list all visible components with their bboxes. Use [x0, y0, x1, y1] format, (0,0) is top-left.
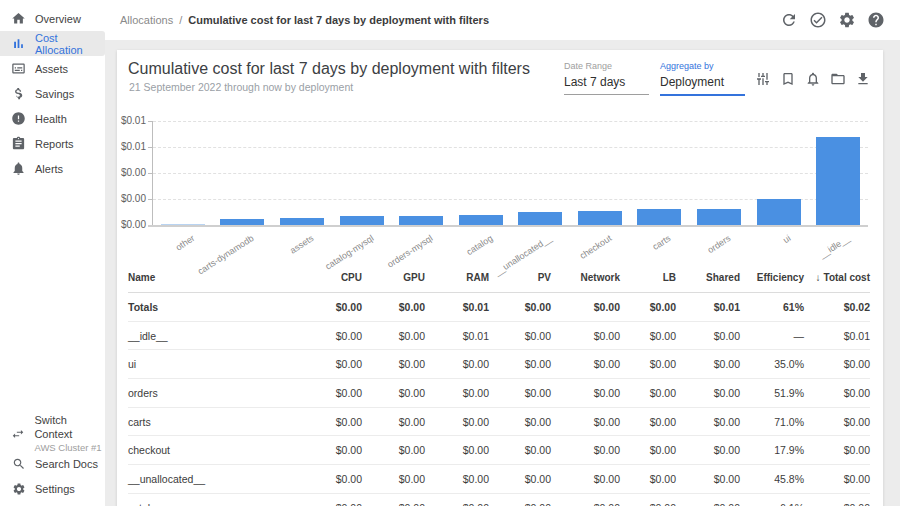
cell-gpu: $0.00 [362, 387, 425, 399]
cell-pv: $0.00 [489, 502, 551, 506]
bar-orders-mysql[interactable] [399, 216, 443, 225]
column-header-lb[interactable]: LB [620, 272, 676, 283]
cell-lb: $0.00 [620, 358, 676, 370]
table-row-checkout[interactable]: checkout$0.00$0.00$0.00$0.00$0.00$0.00$0… [128, 436, 870, 465]
bar-carts[interactable] [637, 209, 681, 225]
sidebar-item-health[interactable]: Health [0, 106, 105, 131]
cell-total-cost: $0.02 [804, 301, 870, 313]
table-header-row: NameCPUGPURAMPVNetworkLBSharedEfficiency… [128, 262, 870, 293]
topbar-icon-group [780, 0, 885, 40]
bar-chart-icon [11, 36, 26, 51]
sidebar-item-savings[interactable]: Savings [0, 81, 105, 106]
settings-gear-icon[interactable] [838, 11, 856, 29]
report-subtitle: 21 September 2022 through now by deploym… [129, 81, 353, 93]
chart-gridline [153, 147, 868, 148]
sidebar-item-reports[interactable]: Reports [0, 131, 105, 156]
row-name: __idle__ [128, 330, 300, 342]
x-axis-label: ui [781, 233, 792, 245]
column-header-efficiency[interactable]: Efficiency [740, 272, 804, 283]
sidebar-item-alerts[interactable]: Alerts [0, 156, 105, 181]
sidebar-item-cost-allocation[interactable]: Cost Allocation [0, 31, 105, 56]
column-header-name[interactable]: Name [128, 272, 300, 283]
cell-cpu: $0.00 [300, 416, 362, 428]
cell-gpu: $0.00 [362, 416, 425, 428]
notification-bell-icon[interactable] [805, 71, 821, 87]
cell-efficiency: 17.9% [740, 444, 804, 456]
report-card: Cumulative cost for last 7 days by deplo… [117, 50, 883, 506]
sidebar-item-assets[interactable]: Assets [0, 56, 105, 81]
assets-icon [11, 61, 26, 76]
bar-other[interactable] [161, 224, 205, 225]
row-name: carts [128, 416, 300, 428]
cell-gpu: $0.00 [362, 502, 425, 506]
column-header-gpu[interactable]: GPU [362, 272, 425, 283]
row-name: checkout [128, 444, 300, 456]
bar-idle[interactable] [816, 137, 860, 225]
table-row-catalog[interactable]: catalog$0.00$0.00$0.00$0.00$0.00$0.00$0.… [128, 494, 870, 506]
breadcrumb-current-page: Cumulative cost for last 7 days by deplo… [188, 14, 489, 26]
bookmark-icon[interactable] [780, 71, 796, 87]
bar-ui[interactable] [757, 199, 801, 225]
cell-pv: $0.00 [489, 387, 551, 399]
cell-pv: $0.00 [489, 473, 551, 485]
cell-efficiency: 71.0% [740, 416, 804, 428]
health-icon [11, 111, 26, 126]
table-row-idle[interactable]: __idle__$0.00$0.00$0.01$0.00$0.00$0.00$0… [128, 322, 870, 351]
bar-assets[interactable] [280, 218, 324, 225]
y-axis-label: $0.00 [104, 167, 146, 178]
bar-unallocated[interactable] [518, 212, 562, 225]
column-header-pv[interactable]: PV [489, 272, 551, 283]
column-header-cpu[interactable]: CPU [300, 272, 362, 283]
date-range-label: Date Range [564, 61, 649, 71]
x-axis-line [148, 225, 868, 227]
sidebar-item-search-docs[interactable]: Search Docs [0, 451, 105, 476]
sidebar-item-label: Savings [35, 88, 74, 100]
column-header-ram[interactable]: RAM [425, 272, 489, 283]
sidebar-item-settings[interactable]: Settings [0, 476, 105, 501]
cell-shared: $0.00 [676, 358, 740, 370]
sidebar-item-overview[interactable]: Overview [0, 6, 105, 31]
table-row-unallocated[interactable]: __unallocated__$0.00$0.00$0.00$0.00$0.00… [128, 465, 870, 494]
search-icon [11, 456, 26, 471]
breadcrumb-allocations-link[interactable]: Allocations [120, 14, 173, 26]
cell-shared: $0.00 [676, 502, 740, 506]
bar-orders[interactable] [697, 209, 741, 225]
cell-total-cost: $0.00 [804, 358, 870, 370]
tune-icon[interactable] [755, 71, 771, 87]
aggregate-by-control: Aggregate by Deployment [660, 61, 745, 96]
sidebar-item-label: Alerts [35, 163, 63, 175]
date-range-select[interactable]: Last 7 days [564, 75, 649, 95]
bar-carts-dynamodb[interactable] [220, 219, 264, 225]
refresh-icon[interactable] [780, 11, 798, 29]
aggregate-by-select[interactable]: Deployment [660, 75, 745, 96]
folder-icon[interactable] [830, 71, 846, 87]
bar-catalog[interactable] [459, 215, 503, 225]
check-circle-icon[interactable] [809, 11, 827, 29]
table-row-carts[interactable]: carts$0.00$0.00$0.00$0.00$0.00$0.00$0.00… [128, 408, 870, 437]
cell-total-cost: $0.00 [804, 416, 870, 428]
bar-checkout[interactable] [578, 211, 622, 225]
download-icon[interactable] [855, 71, 871, 87]
chart-gridline [153, 173, 868, 174]
table-row-orders[interactable]: orders$0.00$0.00$0.00$0.00$0.00$0.00$0.0… [128, 379, 870, 408]
cell-efficiency: 45.8% [740, 473, 804, 485]
cell-network: $0.00 [551, 301, 620, 313]
cell-ram: $0.00 [425, 387, 489, 399]
table-row-ui[interactable]: ui$0.00$0.00$0.00$0.00$0.00$0.00$0.0035.… [128, 350, 870, 379]
sidebar-item-switch-context[interactable]: Switch ContextAWS Cluster #1 [0, 417, 105, 451]
cell-network: $0.00 [551, 502, 620, 506]
sidebar-footer: Switch ContextAWS Cluster #1Search DocsS… [0, 417, 105, 506]
cell-lb: $0.00 [620, 301, 676, 313]
current-cluster-label: AWS Cluster #1 [34, 442, 105, 454]
y-axis-tick [148, 147, 153, 148]
cell-gpu: $0.00 [362, 301, 425, 313]
column-header-shared[interactable]: Shared [676, 272, 740, 283]
x-axis-label: assets [288, 233, 315, 256]
y-axis-tick [148, 199, 153, 200]
cell-network: $0.00 [551, 444, 620, 456]
column-header-total-cost[interactable]: ↓Total cost [804, 272, 870, 283]
help-icon[interactable] [867, 11, 885, 29]
cell-cpu: $0.00 [300, 473, 362, 485]
column-header-network[interactable]: Network [551, 272, 620, 283]
bar-catalog-mysql[interactable] [340, 216, 384, 225]
